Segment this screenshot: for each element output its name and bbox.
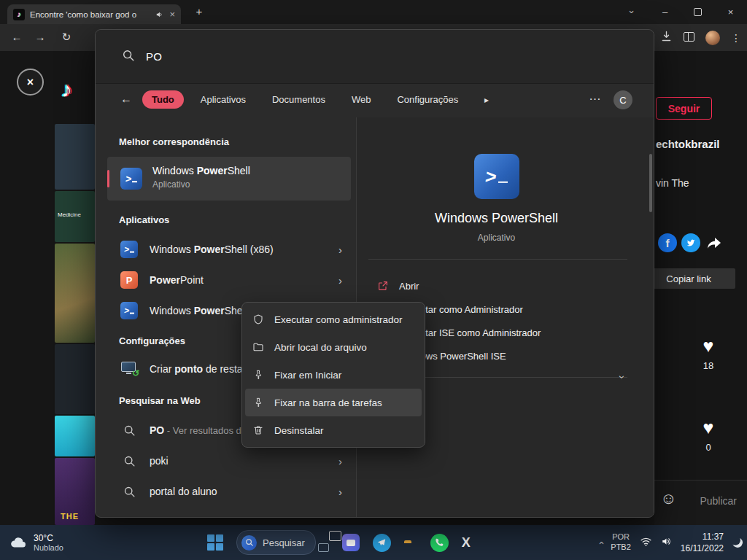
filter-configuracoes[interactable]: Configurações bbox=[387, 90, 468, 109]
video-thumbnail[interactable] bbox=[55, 244, 95, 343]
share-icon[interactable] bbox=[705, 233, 724, 252]
refresh-button[interactable]: ↻ bbox=[58, 31, 74, 44]
web-result-item[interactable]: portal do aluno › bbox=[107, 477, 351, 506]
menu-item-label: Fixar na barra de tarefas bbox=[274, 397, 382, 408]
video-thumbnail[interactable] bbox=[55, 344, 95, 414]
maximize-button[interactable] bbox=[681, 0, 714, 24]
chevron-down-icon[interactable]: › bbox=[621, 371, 624, 383]
video-thumbnail[interactable]: Medicine bbox=[55, 191, 95, 242]
emoji-icon[interactable]: ☺ bbox=[660, 491, 676, 507]
browser-menu-button[interactable]: ⋮ bbox=[731, 32, 741, 44]
menu-item-uninstall[interactable]: Desinstalar bbox=[245, 416, 422, 444]
context-menu: Executar como administrador Abrir local … bbox=[241, 302, 425, 448]
heart-icon[interactable]: ♥ bbox=[690, 419, 727, 437]
filter-web[interactable]: Web bbox=[342, 90, 381, 109]
trash-icon bbox=[252, 424, 264, 436]
account-avatar[interactable]: C bbox=[614, 90, 632, 109]
video-thumbnail[interactable] bbox=[55, 416, 95, 456]
pin-icon bbox=[252, 369, 264, 381]
tab-title: Encontre 'como baixar god o bbox=[30, 10, 150, 19]
publish-button[interactable]: Publicar bbox=[700, 495, 737, 507]
chevron-right-icon[interactable]: › bbox=[338, 274, 342, 287]
menu-item-open-file-location[interactable]: Abrir local do arquivo bbox=[245, 333, 422, 361]
twitter-icon[interactable] bbox=[681, 233, 700, 252]
chevron-right-icon[interactable]: › bbox=[338, 455, 342, 467]
split-screen-button[interactable] bbox=[684, 31, 694, 44]
chevron-right-icon[interactable]: › bbox=[338, 486, 342, 498]
result-title: portal do aluno bbox=[150, 486, 217, 497]
language-indicator[interactable]: POR PTB2 bbox=[611, 532, 631, 553]
tab-close-icon[interactable]: × bbox=[169, 9, 175, 19]
downloads-button[interactable] bbox=[660, 30, 673, 45]
account-handle[interactable]: echtokbrazil bbox=[656, 138, 720, 150]
new-tab-button[interactable]: + bbox=[191, 5, 207, 18]
facebook-icon[interactable]: f bbox=[658, 233, 677, 252]
video-thumbnail[interactable]: THE bbox=[55, 458, 95, 525]
clock[interactable]: 11:37 16/11/2022 bbox=[681, 531, 724, 554]
divider bbox=[368, 259, 627, 260]
restore-point-icon: ↺ bbox=[120, 360, 138, 378]
search-options-icon[interactable]: … bbox=[589, 89, 602, 104]
tab-audio-icon[interactable] bbox=[155, 10, 164, 19]
scrollbar[interactable] bbox=[649, 154, 652, 212]
best-match-item[interactable]: > Windows PowerShell Aplicativo bbox=[107, 157, 351, 201]
powershell-icon: > bbox=[120, 302, 138, 319]
result-item[interactable]: P PowerPoint › bbox=[107, 265, 351, 295]
video-thumbnail[interactable] bbox=[55, 124, 95, 190]
close-window-button[interactable]: × bbox=[714, 0, 747, 24]
heart-icon[interactable]: ♥ bbox=[690, 337, 727, 355]
search-query[interactable]: PO bbox=[146, 50, 162, 63]
tab-list-chevron-icon[interactable]: › bbox=[616, 0, 649, 24]
preview-title: Windows PowerShell bbox=[357, 211, 636, 226]
start-button[interactable] bbox=[207, 534, 223, 551]
window-controls: › – × bbox=[616, 0, 747, 24]
hidden-icons-button[interactable]: › bbox=[599, 537, 602, 548]
action-open[interactable]: Abrir bbox=[368, 275, 627, 297]
web-result-item[interactable]: poki › bbox=[107, 446, 351, 475]
chevron-right-icon[interactable]: › bbox=[338, 244, 342, 256]
copy-link-button[interactable]: Copiar link bbox=[642, 268, 735, 289]
browser-tab[interactable]: ♪ Encontre 'como baixar god o × bbox=[7, 4, 181, 24]
powershell-icon: > bbox=[120, 168, 142, 190]
taskbar: 30°C Nublado Pesquisar X › POR PTB2 bbox=[0, 525, 747, 560]
wifi-icon[interactable] bbox=[640, 535, 652, 551]
menu-item-run-as-admin[interactable]: Executar como administrador bbox=[245, 306, 422, 333]
clock-date: 16/11/2022 bbox=[681, 542, 724, 554]
follow-button[interactable]: Seguir bbox=[656, 97, 712, 120]
result-subtitle: Aplicativo bbox=[152, 179, 190, 190]
x-app-button[interactable]: X bbox=[462, 535, 471, 551]
result-item[interactable]: > Windows PowerShell (x86) › bbox=[107, 235, 351, 264]
filters-more-icon[interactable]: ▸ bbox=[484, 95, 489, 105]
back-button[interactable]: ← bbox=[9, 31, 25, 43]
menu-item-label: Fixar em Iniciar bbox=[274, 370, 341, 381]
profile-avatar[interactable] bbox=[705, 31, 720, 45]
search-icon bbox=[122, 49, 135, 65]
weather-condition: Nublado bbox=[34, 543, 63, 552]
menu-item-label: Abrir local do arquivo bbox=[274, 342, 367, 353]
chat-button[interactable] bbox=[342, 534, 360, 551]
filter-tudo[interactable]: Tudo bbox=[142, 90, 184, 109]
screen: ♪ Encontre 'como baixar god o × + › – × … bbox=[0, 0, 747, 560]
close-video-button[interactable]: × bbox=[17, 69, 44, 96]
whatsapp-button[interactable] bbox=[430, 534, 449, 552]
minimize-button[interactable]: – bbox=[649, 0, 681, 24]
open-icon bbox=[377, 280, 389, 292]
like-block[interactable]: ♥ 0 bbox=[690, 419, 727, 453]
filter-aplicativos[interactable]: Aplicativos bbox=[191, 90, 255, 109]
menu-item-label: Desinstalar bbox=[274, 425, 324, 436]
comment-bar: ☺ Publicar bbox=[654, 480, 747, 526]
volume-icon[interactable] bbox=[661, 536, 672, 550]
search-box[interactable]: PO bbox=[96, 30, 654, 84]
forward-button[interactable]: → bbox=[32, 31, 48, 43]
shield-icon bbox=[252, 314, 264, 325]
moon-icon[interactable] bbox=[731, 536, 744, 549]
filter-documentos[interactable]: Documentos bbox=[263, 90, 335, 109]
menu-item-pin-to-start[interactable]: Fixar em Iniciar bbox=[245, 361, 422, 389]
menu-item-pin-to-taskbar[interactable]: Fixar na barra de tarefas bbox=[245, 389, 422, 416]
taskbar-search-button[interactable]: Pesquisar bbox=[236, 530, 316, 555]
search-icon bbox=[120, 424, 138, 437]
back-icon[interactable]: ← bbox=[120, 93, 132, 106]
like-block[interactable]: ♥ 18 bbox=[690, 337, 727, 371]
telegram-button[interactable] bbox=[373, 534, 391, 552]
weather-widget[interactable]: 30°C Nublado bbox=[9, 525, 63, 560]
